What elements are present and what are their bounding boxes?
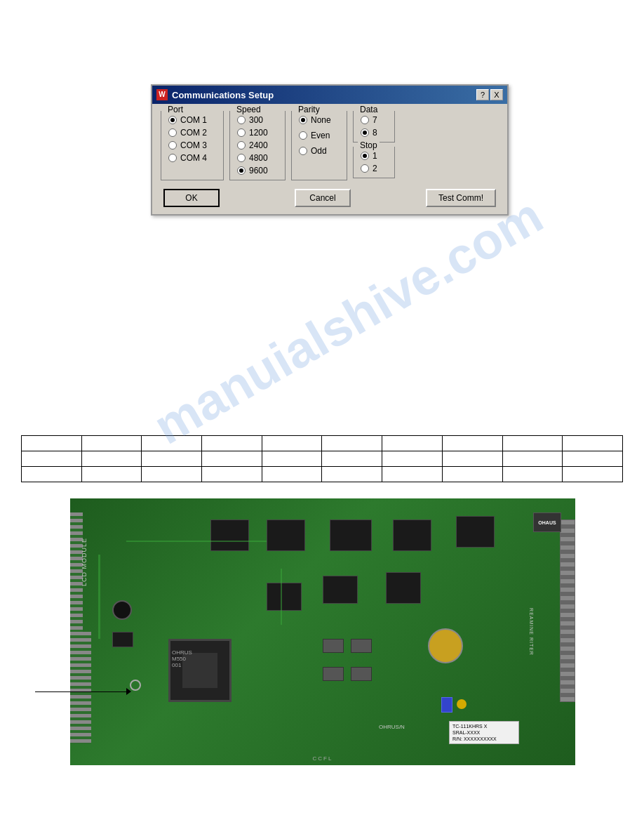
dialog-app-icon: W: [156, 89, 168, 100]
stop-2[interactable]: 2: [361, 164, 387, 173]
dialog-buttons: OK Cancel Test Comm!: [161, 189, 499, 207]
pcb-round-component: [112, 600, 132, 620]
sticker-line2: SRAL-XXXX: [452, 729, 516, 736]
pcb-chip-4: [393, 519, 431, 551]
table-cell: [202, 451, 262, 467]
port-com1[interactable]: COM 1: [168, 115, 216, 125]
pcb-chip-2: [267, 519, 305, 551]
port-com4-radio[interactable]: [168, 154, 177, 162]
data-group: Data 7 8: [353, 111, 395, 143]
speed-4800-radio[interactable]: [237, 154, 246, 162]
port-com1-radio[interactable]: [168, 116, 177, 124]
data-7-radio[interactable]: [361, 116, 369, 124]
table-cell: [81, 467, 142, 482]
parity-even[interactable]: Even: [299, 131, 340, 140]
pcb-blue-component: [441, 697, 452, 713]
speed-9600-label: 9600: [249, 166, 268, 176]
table-cell: [442, 467, 502, 482]
data-8[interactable]: 8: [361, 128, 387, 138]
speed-9600-radio[interactable]: [237, 166, 246, 175]
speed-2400-radio[interactable]: [237, 141, 246, 150]
pcb-small-chip-3: [351, 639, 372, 653]
pcb-right-connector: [560, 519, 575, 702]
port-com3[interactable]: COM 3: [168, 140, 216, 150]
data-label: Data: [358, 105, 380, 114]
pcb-board: OHRUSM550001 OHAUS LCD MODULE REAMINE RI…: [70, 498, 575, 765]
pcb-circle-marker: [130, 680, 141, 691]
speed-2400[interactable]: 2400: [237, 140, 278, 150]
dialog-sections: Port COM 1 COM 2 COM 3: [161, 111, 499, 180]
table-cell: [262, 451, 322, 467]
ok-button[interactable]: OK: [163, 189, 220, 207]
close-button[interactable]: X: [490, 89, 503, 100]
stop-2-radio[interactable]: [361, 164, 369, 173]
speed-4800[interactable]: 4800: [237, 153, 278, 163]
port-com3-radio[interactable]: [168, 141, 177, 150]
ohaus-logo-text: OHAUS: [538, 520, 556, 525]
pcb-small-chip-5: [351, 667, 372, 681]
port-com2-radio[interactable]: [168, 128, 177, 137]
pcb-small-chip-1: [112, 632, 133, 647]
ohrus-sn-label: OHRUS/N: [379, 724, 405, 730]
pcb-chip-1: [210, 519, 249, 551]
data-7[interactable]: 7: [361, 115, 387, 125]
reamine-riter-label: REAMINE RITER: [530, 608, 535, 656]
data-8-radio[interactable]: [361, 128, 369, 137]
parity-none-radio[interactable]: [299, 116, 307, 124]
parity-odd-label: Odd: [311, 146, 327, 156]
sticker-line3: R/N: XXXXXXXXXX: [452, 736, 516, 742]
lcd-module-label: LCD MODULE: [81, 538, 88, 586]
port-com4[interactable]: COM 4: [168, 153, 216, 163]
speed-1200[interactable]: 1200: [237, 128, 278, 138]
table-cell: [502, 451, 563, 467]
test-comm-button[interactable]: Test Comm!: [426, 189, 496, 207]
table-cell: [502, 436, 563, 451]
stop-1-radio[interactable]: [361, 152, 369, 160]
table-cell: [382, 467, 443, 482]
pcb-chip-5: [456, 516, 495, 548]
table-cell: [202, 436, 262, 451]
table-cell: [202, 467, 262, 482]
cancel-button[interactable]: Cancel: [295, 189, 351, 207]
speed-9600[interactable]: 9600: [237, 166, 278, 176]
table-cell: [262, 436, 322, 451]
parity-none[interactable]: None: [299, 115, 340, 125]
table-cell: [563, 436, 623, 451]
dialog-titlebar: W Communications Setup ? X: [152, 86, 507, 104]
ccfl-label: CCFL: [313, 755, 333, 762]
table-cell: [142, 451, 202, 467]
speed-300-radio[interactable]: [237, 116, 246, 124]
speed-300[interactable]: 300: [237, 115, 278, 125]
data-table-container: [21, 435, 623, 482]
port-com2[interactable]: COM 2: [168, 128, 216, 138]
table-cell: [81, 451, 142, 467]
table-cell: [142, 467, 202, 482]
table-cell: [502, 467, 563, 482]
pcb-small-chip-4: [323, 667, 344, 681]
parity-even-label: Even: [311, 131, 330, 140]
port-com2-label: COM 2: [180, 128, 207, 138]
arrow-tip: [126, 688, 131, 695]
pcb-sticker: TC-111KHRS X SRAL-XXXX R/N: XXXXXXXXXX: [449, 721, 519, 744]
parity-odd[interactable]: Odd: [299, 146, 340, 156]
parity-odd-radio[interactable]: [299, 147, 307, 155]
help-button[interactable]: ?: [476, 89, 489, 100]
table-cell: [22, 467, 82, 482]
watermark-text: manuialshive.com: [144, 186, 552, 455]
sticker-line1: TC-111KHRS X: [452, 723, 516, 729]
stop-group: Stop 1 2: [353, 147, 395, 178]
speed-group: Speed 300 1200 2400 480: [229, 111, 286, 180]
data-7-label: 7: [373, 115, 377, 125]
table-cell: [442, 451, 502, 467]
table-cell: [262, 467, 322, 482]
port-com3-label: COM 3: [180, 140, 207, 150]
stop-2-label: 2: [373, 164, 377, 173]
table-cell: [22, 436, 82, 451]
speed-1200-radio[interactable]: [237, 128, 246, 137]
parity-even-radio[interactable]: [299, 131, 307, 140]
ohaus-logo: OHAUS: [533, 512, 561, 532]
stop-1[interactable]: 1: [361, 151, 387, 161]
stop-1-label: 1: [373, 151, 377, 161]
table-cell: [563, 467, 623, 482]
speed-label: Speed: [234, 105, 263, 114]
